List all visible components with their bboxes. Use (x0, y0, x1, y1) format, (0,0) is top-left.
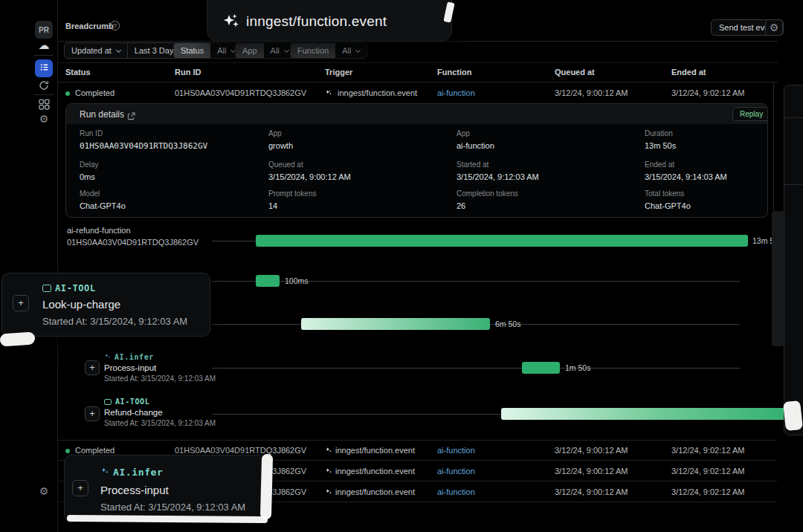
drawer-inner-line (784, 117, 803, 118)
table-row[interactable]: Completed 01HS0AA03V04D91RTDQ3J862GV inn… (58, 82, 777, 103)
total-tokens-value: Chat-GPT4o (645, 201, 691, 210)
col-function: Function (437, 68, 471, 77)
status-dot-icon (65, 449, 70, 453)
step-started-at: Started At: 3/15/2024, 9:12:03 AM (100, 502, 245, 513)
breadcrumb: Breadcrumb (65, 22, 114, 30)
sparkle-icon (104, 353, 111, 361)
step-name: Process-input (104, 363, 156, 372)
field-label: App (268, 129, 282, 137)
replay-button[interactable]: Replay (732, 107, 768, 121)
run-id-value: 01HS0AA03V04D91RTDQ3J862GV (175, 446, 306, 455)
col-queued-at: Queued at (555, 68, 595, 77)
sparkle-icon (325, 89, 332, 98)
span-bar-step1[interactable] (256, 275, 280, 287)
cursor-artifact (260, 454, 273, 519)
started-at-value: 3/15/2024, 9:12:03 AM (457, 172, 539, 181)
run-details-header: Run details Replay (66, 104, 767, 124)
col-run-id: Run ID (175, 68, 201, 77)
status-filter[interactable]: Status All (173, 42, 242, 59)
span-duration: 100ms (285, 276, 309, 285)
app-link[interactable]: growth (268, 141, 293, 150)
queued-at-value: 3/12/24, 9:00:12 AM (555, 446, 628, 455)
field-label: Queued at (268, 160, 303, 169)
range-label: Last 3 Days (135, 46, 178, 55)
function-filter[interactable]: Function All (290, 42, 367, 59)
sidebar-divider (34, 94, 54, 95)
app-filter-value: All (271, 46, 280, 55)
cursor-artifact (0, 331, 36, 346)
cloud-icon[interactable] (36, 39, 52, 52)
span-bar-step2[interactable] (301, 318, 490, 330)
sparkle-icon (325, 488, 332, 497)
drawer-edge-line (773, 83, 774, 211)
function-filter-label: Function (291, 43, 335, 58)
col-trigger: Trigger (325, 68, 352, 77)
run-details-title: Run details (80, 109, 124, 120)
span-bar-step4[interactable] (501, 408, 797, 420)
trigger-value: inngest/function.event (325, 487, 415, 497)
sparkle-icon (325, 447, 332, 455)
chevron-down-icon (116, 47, 121, 52)
function-link[interactable]: ai-function (437, 467, 475, 476)
function-link[interactable]: ai-function (437, 487, 475, 496)
expand-step-button[interactable] (72, 480, 88, 496)
function-filter-value: All (342, 46, 351, 55)
sidebar-item-runs[interactable] (35, 59, 53, 77)
inngest-sparkle-icon (222, 12, 240, 33)
external-link-icon[interactable] (127, 110, 135, 123)
scrollbar-thumb[interactable] (772, 211, 785, 346)
step-name: Refund-change (104, 408, 163, 417)
sparkle-icon (100, 467, 109, 478)
tool-box-icon (104, 399, 112, 405)
status-badge: Completed (65, 446, 115, 455)
chevron-down-icon (355, 47, 361, 52)
status-filter-label: Status (174, 43, 210, 58)
cursor-artifact (67, 515, 268, 523)
trace-root-run-id: 01HS0AA03V04D91RTDQ3J862GV (67, 238, 199, 247)
ended-at-value: 3/12/24, 9:02:12 AM (671, 88, 744, 97)
run-id-value: 01HS0AA03V04D91RTDQ3J862GV (80, 141, 207, 151)
run-id-value: 01HS0AA03V04D91RTDQ3J862GV (175, 88, 306, 97)
status-badge: Completed (65, 88, 115, 97)
replay-label: Replay (740, 110, 763, 118)
help-icon[interactable] (110, 21, 120, 30)
span-bar-root[interactable] (256, 235, 748, 247)
queued-at-value: 3/12/24, 9:00:12 AM (555, 467, 628, 476)
step-tooltip-lookup-charge: AI-TOOL Look-up-charge Started At: 3/15/… (1, 273, 210, 337)
tool-box-icon (42, 285, 51, 292)
step-tooltip-process-input: AI.infer Process-input Started At: 3/15/… (64, 455, 266, 522)
avatar[interactable]: PR (35, 21, 53, 39)
function-link[interactable]: ai-function (437, 446, 475, 455)
timeline-track (212, 368, 740, 369)
header-gear-button[interactable] (765, 19, 783, 36)
queued-at-value: 3/15/2024, 9:00:12 AM (268, 172, 351, 181)
duration-value: 13m 50s (645, 141, 676, 150)
step-started-at: Started At: 3/15/2024, 9:12:03 AM (104, 419, 216, 427)
refresh-icon[interactable] (37, 79, 51, 92)
field-label: Delay (80, 160, 99, 169)
run-details-card: Run details Replay Run ID 01HS0AA03V04D9… (65, 103, 768, 218)
span-duration: 1m 50s (565, 363, 590, 372)
sparkle-icon (325, 467, 332, 476)
field-label: Run ID (80, 129, 103, 137)
field-label: Total tokens (645, 189, 684, 198)
sort-label: Updated at (71, 46, 112, 55)
app-filter-label: App (236, 43, 264, 58)
span-bar-step3[interactable] (522, 362, 560, 374)
app-filter[interactable]: App All (235, 42, 296, 59)
field-label: Model (80, 189, 100, 198)
trigger-value: inngest/function.event (325, 88, 417, 98)
field-label: Started at (457, 160, 488, 169)
app-root: PR Breadcrumb Send test event Updated at… (0, 0, 803, 532)
trace-root-name: ai-refund-function (67, 226, 131, 235)
event-title-card: inngest/function.event (207, 0, 452, 42)
function-link[interactable]: ai-function (457, 141, 494, 150)
drawer-panel-edge (784, 85, 803, 435)
expand-step-button[interactable] (85, 406, 100, 421)
gear-icon[interactable] (37, 112, 51, 126)
settings-gear-icon[interactable] (37, 484, 51, 498)
apps-grid-icon[interactable] (37, 97, 51, 111)
expand-step-button[interactable] (85, 360, 100, 375)
expand-step-button[interactable] (13, 295, 29, 311)
function-link[interactable]: ai-function (437, 88, 475, 97)
